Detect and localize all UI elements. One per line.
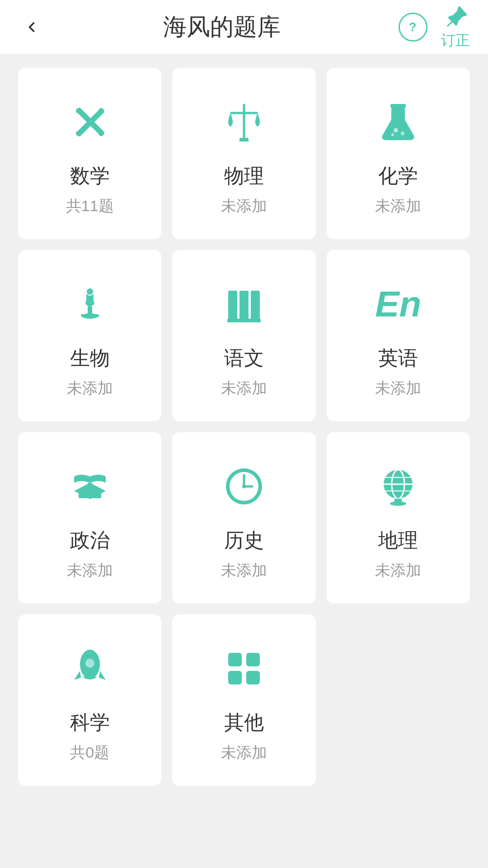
subject-grid: 数学 共11题 物理 未添加: [0, 54, 488, 799]
history-icon: [217, 459, 271, 514]
chinese-count: 未添加: [221, 378, 267, 399]
subject-card-english[interactable]: En 英语 未添加: [327, 250, 470, 421]
svg-rect-18: [81, 314, 99, 317]
chemistry-count: 未添加: [375, 196, 421, 217]
svg-point-5: [99, 108, 104, 113]
svg-rect-20: [228, 291, 237, 320]
svg-rect-23: [227, 319, 261, 322]
svg-point-19: [86, 288, 94, 295]
subject-card-science[interactable]: 科学 共0题: [18, 614, 161, 786]
subject-card-math[interactable]: 数学 共11题: [18, 68, 161, 239]
pin-icon: [442, 4, 469, 31]
svg-point-39: [85, 659, 94, 668]
biology-name: 生物: [70, 345, 110, 372]
svg-point-15: [85, 300, 94, 306]
svg-rect-42: [228, 671, 242, 684]
chemistry-icon: [371, 95, 425, 149]
subject-card-other[interactable]: 其他 未添加: [172, 614, 315, 786]
page-title: 海风的题库: [45, 11, 399, 43]
subject-card-politics[interactable]: 政治 未添加: [18, 432, 161, 604]
subject-card-chinese[interactable]: 语文 未添加: [172, 250, 315, 421]
english-count: 未添加: [375, 378, 421, 399]
svg-text:?: ?: [409, 20, 417, 34]
politics-icon: [63, 459, 117, 514]
svg-rect-25: [88, 483, 92, 485]
svg-rect-9: [239, 138, 249, 142]
other-name: 其他: [224, 709, 264, 736]
header: 海风的题库 ? 订正: [0, 0, 488, 54]
svg-point-12: [401, 132, 404, 135]
svg-point-37: [390, 501, 406, 506]
svg-rect-24: [79, 492, 101, 498]
svg-point-11: [394, 128, 398, 132]
geography-name: 地理: [378, 527, 418, 554]
science-name: 科学: [70, 709, 110, 736]
biology-count: 未添加: [67, 378, 113, 399]
english-icon: En: [371, 277, 425, 331]
svg-point-6: [76, 131, 81, 136]
svg-rect-40: [228, 653, 242, 666]
politics-name: 政治: [70, 527, 110, 554]
history-name: 历史: [224, 527, 264, 554]
science-icon: [63, 642, 117, 696]
subject-card-physics[interactable]: 物理 未添加: [172, 68, 315, 239]
chinese-icon: [217, 277, 271, 331]
chinese-name: 语文: [224, 345, 264, 372]
subject-card-geography[interactable]: 地理 未添加: [327, 432, 470, 604]
english-name: 英语: [378, 345, 418, 372]
svg-point-13: [391, 133, 394, 136]
physics-count: 未添加: [221, 196, 267, 217]
subject-card-biology[interactable]: 生物 未添加: [18, 250, 161, 421]
svg-rect-43: [246, 671, 260, 684]
english-text: En: [375, 283, 421, 325]
math-name: 数学: [70, 163, 110, 189]
svg-point-30: [242, 485, 246, 488]
svg-point-3: [76, 108, 81, 113]
svg-rect-10: [390, 104, 406, 108]
svg-rect-22: [251, 291, 260, 320]
math-icon: [63, 95, 117, 149]
geography-count: 未添加: [375, 560, 421, 581]
math-count: 共11题: [66, 196, 114, 217]
other-icon: [217, 642, 271, 696]
other-count: 未添加: [221, 742, 267, 763]
svg-rect-41: [246, 653, 260, 666]
science-count: 共0题: [70, 742, 109, 763]
svg-rect-21: [239, 291, 249, 320]
biology-icon: [63, 277, 117, 331]
subject-card-history[interactable]: 历史 未添加: [172, 432, 315, 604]
pin-button[interactable]: 订正: [441, 4, 470, 51]
help-button[interactable]: ?: [399, 13, 427, 42]
politics-count: 未添加: [67, 560, 113, 581]
back-button[interactable]: [18, 14, 45, 41]
physics-name: 物理: [224, 163, 264, 189]
history-count: 未添加: [221, 560, 267, 581]
svg-point-4: [99, 131, 104, 136]
chemistry-name: 化学: [378, 163, 418, 189]
header-actions: ? 订正: [399, 4, 470, 51]
pin-label: 订正: [441, 31, 470, 51]
physics-icon: [217, 95, 271, 149]
subject-card-chemistry[interactable]: 化学 未添加: [327, 68, 470, 239]
geography-icon: [371, 459, 425, 514]
